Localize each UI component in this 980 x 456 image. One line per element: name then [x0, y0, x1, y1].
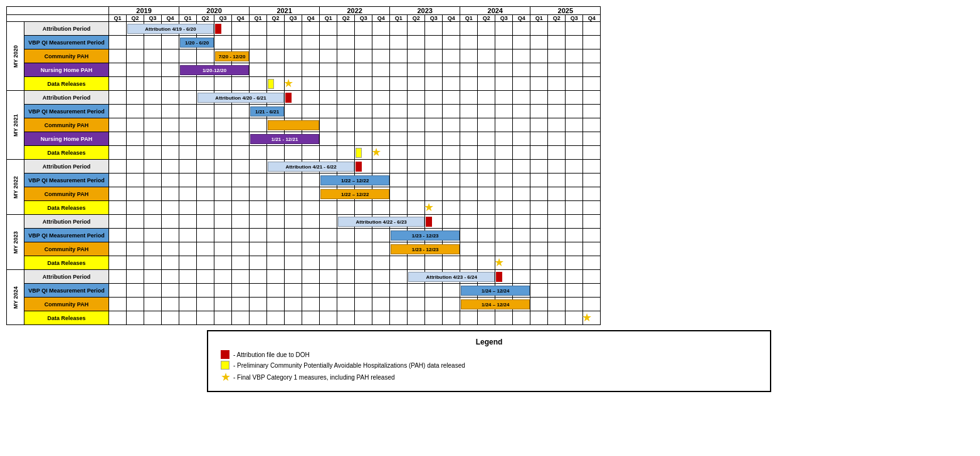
gantt-cell-23: [513, 229, 530, 242]
gantt-cell-19: [443, 298, 460, 311]
gantt-cell-20: [460, 174, 478, 187]
gantt-cell-9: [267, 174, 285, 187]
gantt-cell-10: [285, 242, 302, 256]
gantt-cell-6: [214, 242, 232, 256]
gantt-cell-16: [390, 118, 408, 132]
gantt-cell-14: [355, 146, 372, 160]
gantt-cell-25: [548, 187, 566, 201]
gantt-cell-25: [548, 215, 566, 229]
gantt-cell-21: [478, 132, 495, 146]
gantt-cell-3: [162, 298, 179, 311]
gantt-cell-15: [372, 36, 390, 49]
gantt-cell-21: [478, 187, 495, 201]
gantt-cell-12: [320, 298, 337, 311]
gantt-row: Data Releases★: [7, 311, 601, 325]
gantt-cell-25: [548, 174, 566, 187]
row-category: Community PAH: [24, 187, 109, 201]
gantt-cell-0: [109, 174, 127, 187]
gantt-cell-20: [460, 311, 478, 325]
gantt-cell-4: [179, 270, 197, 284]
gantt-cell-10: [285, 91, 302, 105]
gantt-cell-2: [144, 118, 162, 132]
gantt-cell-3: [162, 160, 179, 174]
legend-item-star: ★ - Final VBP Category 1 measures, inclu…: [221, 371, 757, 383]
year-2025: 2025: [530, 7, 601, 15]
gantt-row: VBP QI Measurement Period1/24 – 12/24: [7, 284, 601, 298]
row-category: Community PAH: [24, 49, 109, 63]
gantt-cell-21: [478, 77, 495, 91]
gantt-cell-20: [460, 49, 478, 63]
gantt-cell-5: Attribution 4/20 - 6/21: [197, 91, 214, 105]
gantt-cell-24: [530, 298, 548, 311]
gantt-cell-15: ★: [372, 146, 390, 160]
gantt-cell-1: [127, 49, 144, 63]
gantt-cell-15: [372, 284, 390, 298]
row-category: VBP QI Measurement Period: [24, 36, 109, 49]
gantt-cell-12: [320, 284, 337, 298]
qhdr-7: Q4: [232, 15, 250, 22]
gantt-cell-14: [355, 201, 372, 215]
gantt-cell-26: [566, 256, 583, 270]
red-marker: [215, 24, 221, 34]
gantt-cell-15: [372, 229, 390, 242]
gantt-cell-26: [566, 160, 583, 174]
gantt-cell-2: [144, 174, 162, 187]
gantt-row: Community PAH1/23 - 12/23: [7, 242, 601, 256]
gantt-cell-17: [408, 174, 425, 187]
gantt-cell-14: [355, 229, 372, 242]
gantt-cell-9: [267, 284, 285, 298]
gantt-cell-0: [109, 77, 127, 91]
gantt-cell-22: [495, 187, 513, 201]
gantt-cell-27: [583, 160, 601, 174]
gantt-cell-19: [443, 215, 460, 229]
gantt-cell-24: [530, 36, 548, 49]
gantt-cell-19: [443, 201, 460, 215]
row-category: Nursing Home PAH: [24, 132, 109, 146]
gantt-cell-12: [320, 201, 337, 215]
gantt-cell-22: [495, 270, 513, 284]
gantt-cell-4: [179, 146, 197, 160]
gantt-row: VBP QI Measurement Period1/23 - 12/23: [7, 229, 601, 242]
gantt-cell-5: [197, 77, 214, 91]
gantt-cell-24: [530, 201, 548, 215]
gantt-row: MY 2024Attribution PeriodAttribution 4/2…: [7, 270, 601, 284]
gantt-cell-25: [548, 201, 566, 215]
gantt-cell-26: [566, 187, 583, 201]
gantt-cell-7: [232, 242, 250, 256]
gantt-cell-9: [267, 77, 285, 91]
gantt-cell-13: [337, 105, 355, 118]
gantt-cell-24: [530, 77, 548, 91]
gantt-cell-23: [513, 201, 530, 215]
gantt-cell-17: [408, 63, 425, 77]
gantt-cell-3: [162, 174, 179, 187]
gantt-cell-4: 1/20-12/20: [179, 63, 197, 77]
gantt-cell-18: [425, 118, 443, 132]
gantt-cell-6: [214, 298, 232, 311]
gantt-cell-6: [214, 229, 232, 242]
gantt-cell-2: [144, 91, 162, 105]
gantt-cell-1: [127, 132, 144, 146]
gantt-cell-11: [302, 284, 320, 298]
gantt-cell-13: [337, 77, 355, 91]
gantt-cell-3: [162, 284, 179, 298]
gantt-cell-9: [267, 298, 285, 311]
gantt-cell-21: [478, 36, 495, 49]
gantt-cell-27: [583, 242, 601, 256]
gantt-cell-4: [179, 284, 197, 298]
gantt-cell-13: [337, 270, 355, 284]
qhdr-8: Q1: [250, 15, 267, 22]
gantt-cell-21: [478, 215, 495, 229]
gantt-cell-25: [548, 270, 566, 284]
row-category: VBP QI Measurement Period: [24, 284, 109, 298]
gantt-cell-23: [513, 49, 530, 63]
star-marker: ★: [371, 145, 381, 159]
gantt-cell-27: [583, 298, 601, 311]
gantt-cell-7: [232, 229, 250, 242]
gantt-cell-17: [408, 132, 425, 146]
qhdr-24: Q1: [530, 15, 548, 22]
gantt-cell-8: [250, 242, 267, 256]
bar: 1/20 - 6/20: [180, 38, 214, 48]
gantt-cell-19: [443, 91, 460, 105]
year-2019: 2019: [109, 7, 179, 15]
gantt-cell-25: [548, 146, 566, 160]
